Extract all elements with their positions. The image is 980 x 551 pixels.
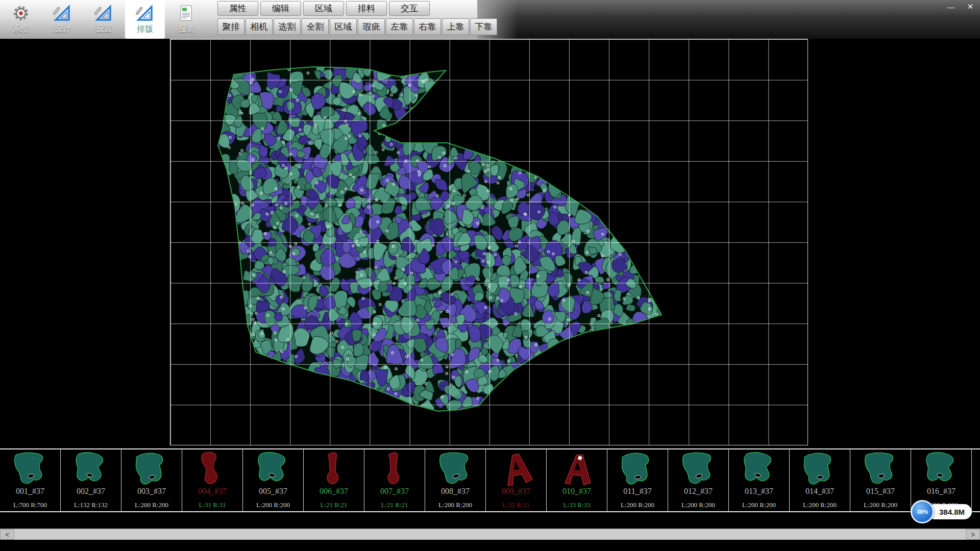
tool-cut-all[interactable]: 全割 — [302, 18, 329, 35]
tab-region[interactable]: 区域 — [303, 1, 344, 16]
part-name: 015_#37 — [866, 487, 895, 496]
settings-label: 设置 — [95, 24, 112, 35]
tool-button-row: 聚排 相机 选割 全割 区域 瑕疵 左靠 右靠 上靠 下靠 — [217, 18, 497, 35]
part-name: 009_#37 — [502, 487, 530, 496]
system-gear-icon — [12, 4, 30, 22]
tab-edit[interactable]: 编辑 — [260, 1, 301, 16]
part-thumbnail[interactable]: 004_#37 L:31 R:31 — [182, 449, 243, 511]
design-label: 设计 — [54, 24, 70, 35]
report-label: 报表 — [178, 24, 194, 35]
menu-area: 属性 编辑 区域 排料 交互 聚排 相机 选割 全割 区域 瑕疵 左靠 右靠 上… — [217, 0, 497, 35]
part-thumbnail[interactable]: 013_#37 L:200 R:200 — [729, 449, 790, 511]
tool-region[interactable]: 区域 — [330, 18, 357, 35]
part-lr-label: L:32 R:31 — [502, 501, 529, 509]
design-button[interactable]: 设计 — [42, 0, 82, 39]
tool-cluster-nest[interactable]: 聚排 — [217, 18, 244, 35]
part-name: 006_#37 — [320, 487, 348, 496]
tab-properties[interactable]: 属性 — [217, 1, 258, 16]
parts-thumbnail-strip: 001_#37 L:700 R:700 002_#37 L:132 R:132 … — [0, 448, 980, 512]
part-shape — [431, 451, 479, 487]
part-shape — [614, 451, 662, 487]
part-name: 016_#37 — [927, 487, 955, 496]
part-thumbnail[interactable]: 008_#37 L:200 R:200 — [425, 449, 486, 511]
part-thumbnail[interactable]: 005_#37 L:200 R:200 — [243, 449, 304, 511]
usage-status-widget: 38% 384.8M — [911, 500, 972, 523]
tool-align-top[interactable]: 上靠 — [442, 18, 469, 35]
tab-interaction[interactable]: 交互 — [389, 1, 430, 16]
part-shape — [492, 451, 540, 487]
part-thumbnail[interactable]: 012_#37 L:200 R:200 — [668, 449, 729, 511]
part-name: 005_#37 — [259, 487, 287, 496]
part-name: 001_#37 — [16, 487, 44, 496]
main-canvas[interactable] — [0, 39, 980, 448]
part-name: 008_#37 — [441, 487, 470, 496]
system-label: 系统 — [13, 24, 29, 35]
system-button[interactable]: 系统 — [1, 0, 41, 39]
tool-align-left[interactable]: 左靠 — [386, 18, 413, 35]
part-lr-label: L:200 R:200 — [803, 501, 837, 509]
part-name: 004_#37 — [198, 487, 227, 496]
minimize-button[interactable]: — — [944, 2, 958, 12]
part-thumbnail[interactable]: 010_#37 L:33 R:33 — [547, 449, 607, 511]
part-shape — [6, 451, 54, 487]
scroll-right-icon[interactable]: > — [966, 529, 980, 540]
part-lr-label: L:31 R:31 — [199, 501, 226, 509]
part-shape — [371, 451, 419, 487]
menu-tab-row: 属性 编辑 区域 排料 交互 — [217, 1, 497, 16]
tool-camera[interactable]: 相机 — [246, 18, 273, 35]
close-button[interactable]: ✕ — [964, 2, 977, 12]
part-lr-label: L:33 R:33 — [563, 501, 590, 509]
part-name: 010_#37 — [562, 487, 591, 496]
part-shape — [188, 451, 236, 487]
part-name: 012_#37 — [684, 487, 713, 496]
main-toolbar: 系统 设计 设置 排版 — [1, 0, 206, 39]
settings-button[interactable]: 设置 — [84, 0, 124, 39]
part-thumbnail[interactable]: 001_#37 L:700 R:700 — [0, 449, 61, 511]
part-thumbnail[interactable]: 009_#37 L:32 R:31 — [486, 449, 547, 511]
set-square-icon — [53, 4, 71, 22]
layout-label: 排版 — [137, 24, 153, 35]
layout-button-active[interactable]: 排版 — [125, 0, 165, 39]
part-lr-label: L:200 R:200 — [256, 501, 290, 509]
part-lr-label: L:200 R:200 — [742, 501, 776, 509]
nesting-grid-area[interactable] — [170, 39, 808, 445]
part-shape — [553, 451, 601, 487]
tool-align-bottom[interactable]: 下靠 — [470, 18, 497, 35]
horizontal-scrollbar[interactable]: < > — [0, 529, 980, 540]
part-name: 007_#37 — [380, 487, 409, 496]
part-lr-label: L:200 R:200 — [864, 501, 897, 509]
part-thumbnail[interactable]: 014_#37 L:200 R:200 — [790, 449, 850, 511]
part-name: 011_#37 — [623, 487, 651, 496]
part-name: 003_#37 — [137, 487, 166, 496]
tool-select-cut[interactable]: 选割 — [274, 18, 301, 35]
part-lr-label: L:21 R:21 — [320, 501, 347, 509]
part-name: 014_#37 — [805, 487, 834, 496]
part-thumbnail[interactable]: 006_#37 L:21 R:21 — [304, 449, 364, 511]
part-lr-label: L:132 R:132 — [74, 501, 108, 509]
part-thumbnail[interactable]: 003_#37 L:200 R:200 — [121, 449, 182, 511]
title-bar: 系统 设计 设置 排版 — [0, 0, 980, 39]
part-shape — [856, 451, 904, 487]
part-shape — [735, 451, 783, 487]
tab-nesting[interactable]: 排料 — [346, 1, 387, 16]
part-lr-label: L:200 R:200 — [621, 501, 654, 509]
part-lr-label: L:21 R:21 — [381, 501, 408, 509]
scroll-left-icon[interactable]: < — [0, 529, 14, 540]
usage-percent-badge: 38% — [911, 500, 934, 523]
part-shape — [310, 451, 358, 487]
part-name: 013_#37 — [745, 487, 773, 496]
part-lr-label: L:700 R:700 — [13, 501, 47, 509]
part-thumbnail[interactable]: 015_#37 L:200 R:200 — [850, 449, 911, 511]
report-button[interactable]: 报表 — [166, 0, 206, 39]
leather-hide-nesting — [170, 39, 808, 446]
set-square-icon — [136, 4, 154, 22]
part-name: 002_#37 — [77, 487, 105, 496]
part-thumbnail[interactable]: 007_#37 L:21 R:21 — [364, 449, 425, 511]
part-thumbnail[interactable]: 002_#37 L:132 R:132 — [61, 449, 121, 511]
tool-defect[interactable]: 瑕疵 — [358, 18, 385, 35]
part-shape — [674, 451, 722, 487]
part-shape — [67, 451, 115, 487]
part-thumbnail[interactable]: 011_#37 L:200 R:200 — [607, 449, 668, 511]
tool-align-right[interactable]: 右靠 — [414, 18, 441, 35]
part-shape — [917, 451, 965, 487]
